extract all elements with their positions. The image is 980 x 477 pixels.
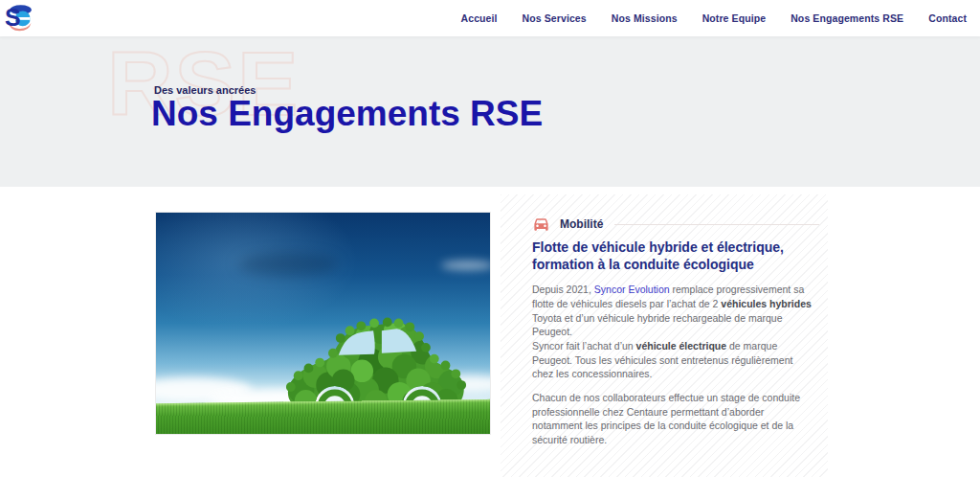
- top-navigation-bar: S Accueil Nos Services Nos Missions Notr…: [0, 0, 980, 36]
- category-row: Mobilité: [532, 216, 819, 232]
- nav-item-notre-equipe[interactable]: Notre Equipe: [702, 12, 767, 24]
- nav-item-nos-services[interactable]: Nos Services: [523, 12, 587, 24]
- cloud: [441, 261, 490, 270]
- mobility-article: Mobilité Flotte de véhicule hybride et é…: [532, 216, 819, 447]
- nav-item-contact[interactable]: Contact: [928, 12, 967, 24]
- page: S Accueil Nos Services Nos Missions Notr…: [0, 0, 980, 477]
- paragraph-training: Chacun de nos collaborateurs effectue un…: [532, 391, 812, 447]
- nav-item-accueil[interactable]: Accueil: [461, 12, 498, 24]
- nav-item-nos-missions[interactable]: Nos Missions: [612, 12, 678, 24]
- paragraph-fleet: Depuis 2021, Syncor Evolution remplace p…: [532, 283, 812, 381]
- main-nav: Accueil Nos Services Nos Missions Notre …: [461, 12, 967, 24]
- category-divider: [614, 224, 819, 225]
- category-label: Mobilité: [560, 217, 603, 231]
- car-icon: [532, 217, 550, 232]
- sky-smudge: [237, 253, 338, 276]
- main-content: Mobilité Flotte de véhicule hybride et é…: [0, 187, 980, 477]
- eco-car-photo: [156, 213, 490, 434]
- article-title: Flotte de véhicule hybride et électrique…: [532, 239, 819, 273]
- hero-section: RSE Des valeurs ancrées Nos Engagements …: [0, 36, 980, 187]
- svg-text:S: S: [5, 4, 21, 31]
- nav-item-nos-engagements-rse[interactable]: Nos Engagements RSE: [791, 12, 903, 24]
- page-title: Nos Engagements RSE: [151, 94, 543, 134]
- brand-logo-icon[interactable]: S: [5, 4, 33, 33]
- grass-field: [156, 399, 490, 434]
